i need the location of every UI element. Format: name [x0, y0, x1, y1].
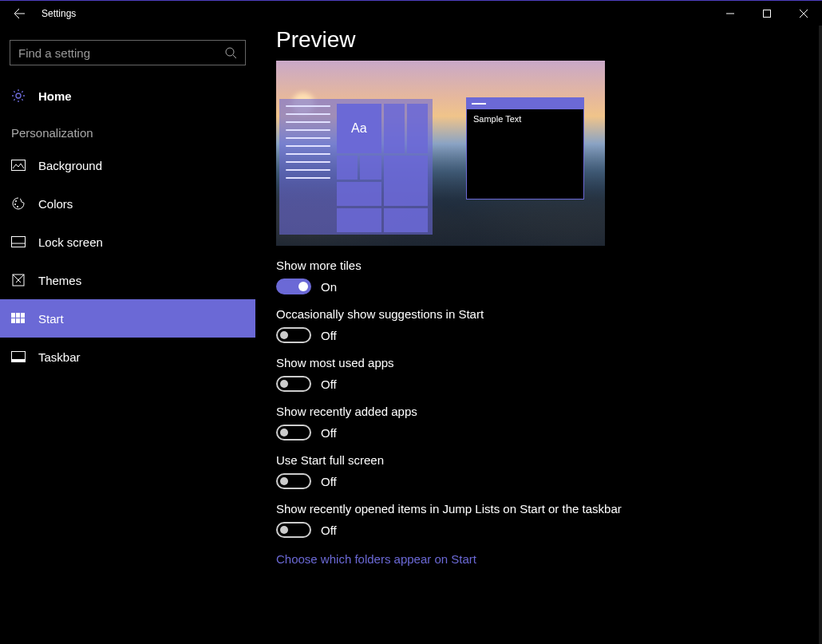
search-box[interactable]: [10, 40, 246, 65]
preview-window: Sample Text: [466, 97, 584, 200]
back-button[interactable]: [0, 1, 38, 26]
svg-rect-0: [764, 10, 771, 17]
toggle-switch[interactable]: [276, 279, 311, 294]
preview-window-titlebar: [467, 98, 583, 109]
nav-item-lockscreen[interactable]: Lock screen: [0, 223, 255, 261]
setting-row: Show recently opened items in Jump Lists…: [276, 502, 808, 538]
setting-label: Show most used apps: [276, 356, 808, 369]
nav-item-start[interactable]: Start: [0, 299, 255, 338]
folders-link[interactable]: Choose which folders appear on Start: [276, 552, 476, 566]
svg-rect-15: [21, 318, 25, 323]
start-icon: [11, 311, 26, 326]
toggle-state-text: On: [321, 280, 337, 294]
nav-item-label: Taskbar: [38, 350, 81, 364]
close-button[interactable]: [785, 1, 822, 26]
content-area: Preview Aa: [255, 26, 822, 644]
toggle-switch[interactable]: [276, 425, 311, 441]
taskbar-icon: [11, 350, 26, 364]
nav-home[interactable]: Home: [0, 77, 255, 115]
setting-label: Show recently opened items in Jump Lists…: [276, 502, 808, 516]
setting-label: Occasionally show suggestions in Start: [276, 307, 808, 321]
svg-rect-7: [12, 237, 26, 247]
close-icon: [800, 10, 808, 18]
sidebar: Home Personalization Background Colors L…: [0, 26, 255, 644]
setting-row: Show most used appsOff: [276, 356, 808, 392]
preview-tiles: Aa: [337, 99, 433, 235]
toggle-state-text: Off: [321, 523, 337, 537]
maximize-button[interactable]: [749, 1, 785, 26]
toggle-switch[interactable]: [276, 473, 311, 489]
setting-row: Use Start full screenOff: [276, 453, 808, 489]
svg-rect-14: [16, 318, 20, 323]
nav-category-label: Personalization: [0, 115, 255, 146]
setting-row: Occasionally show suggestions in StartOf…: [276, 307, 808, 343]
preview-sample-text: Sample Text: [467, 109, 583, 128]
setting-label: Show more tiles: [276, 259, 808, 272]
toggle-state-text: Off: [321, 377, 337, 391]
palette-icon: [11, 196, 26, 211]
minimize-button[interactable]: [712, 1, 749, 26]
nav-item-label: Start: [38, 312, 64, 326]
svg-point-4: [15, 200, 17, 202]
lockscreen-icon: [11, 235, 26, 249]
nav-item-themes[interactable]: Themes: [0, 261, 255, 299]
titlebar: Settings: [0, 1, 822, 26]
nav-item-label: Themes: [38, 274, 81, 287]
maximize-icon: [763, 10, 771, 18]
svg-point-6: [17, 206, 18, 207]
nav-item-label: Lock screen: [38, 235, 103, 249]
svg-rect-12: [21, 313, 25, 318]
setting-label: Use Start full screen: [276, 453, 808, 467]
svg-rect-13: [11, 318, 15, 323]
arrow-left-icon: [13, 7, 26, 20]
nav-item-taskbar[interactable]: Taskbar: [0, 338, 255, 376]
svg-rect-8: [12, 243, 26, 247]
themes-icon: [11, 273, 26, 287]
svg-point-2: [16, 93, 21, 98]
minimize-icon: [726, 10, 734, 18]
toggle-state-text: Off: [321, 329, 337, 342]
toggle-switch[interactable]: [276, 327, 311, 343]
toggle-switch[interactable]: [276, 522, 311, 538]
preview-tile-text: Aa: [351, 121, 367, 136]
toggle-state-text: Off: [321, 426, 337, 440]
preview-start-menu: Aa: [279, 99, 433, 235]
svg-rect-10: [11, 313, 15, 318]
svg-rect-11: [16, 313, 20, 318]
toggle-state-text: Off: [321, 475, 337, 488]
nav-item-colors[interactable]: Colors: [0, 184, 255, 223]
setting-label: Show recently added apps: [276, 405, 808, 418]
window-title: Settings: [41, 8, 76, 19]
toggle-switch[interactable]: [276, 376, 311, 392]
gear-icon: [11, 89, 26, 103]
svg-point-1: [226, 48, 234, 56]
preview-image: Aa Sample Text: [276, 61, 605, 246]
nav-item-label: Background: [38, 159, 102, 172]
svg-rect-17: [12, 359, 26, 362]
preview-list: [279, 99, 337, 235]
setting-row: Show recently added appsOff: [276, 405, 808, 441]
nav-home-label: Home: [38, 89, 72, 103]
search-icon: [224, 46, 237, 59]
setting-row: Show more tilesOn: [276, 259, 808, 294]
picture-icon: [11, 158, 26, 172]
nav-item-background[interactable]: Background: [0, 146, 255, 184]
scrollbar[interactable]: [819, 26, 822, 644]
section-title: Preview: [276, 27, 808, 53]
search-input[interactable]: [18, 46, 224, 60]
nav-item-label: Colors: [38, 197, 73, 211]
svg-point-5: [14, 203, 16, 205]
svg-rect-3: [12, 160, 26, 171]
